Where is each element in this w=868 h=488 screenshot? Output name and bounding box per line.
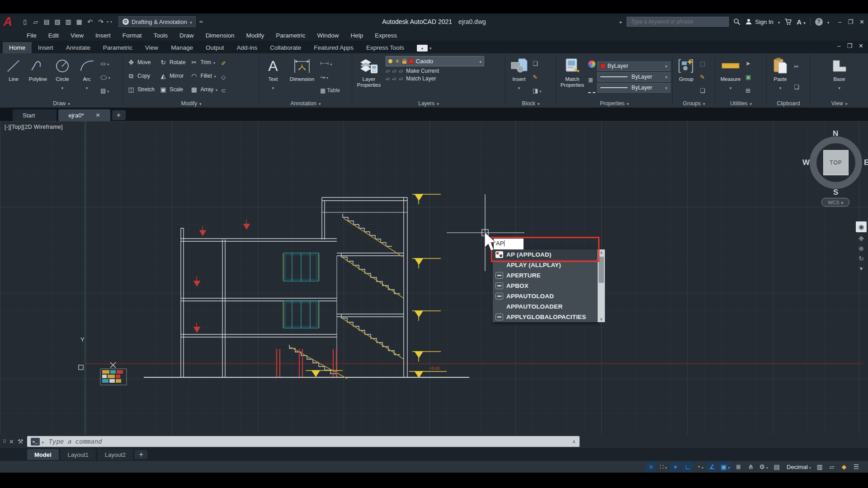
viewcube-south[interactable]: S: [833, 188, 838, 197]
annotation-panel-label[interactable]: Annotation: [259, 99, 352, 108]
match-properties-button[interactable]: MatchProperties: [558, 55, 586, 99]
object-color-tool[interactable]: [588, 61, 595, 68]
wcs-selector[interactable]: WCS: [821, 198, 849, 206]
cart-icon[interactable]: [784, 19, 792, 25]
groups-panel-label[interactable]: Groups: [673, 99, 715, 108]
redo-icon[interactable]: ↷: [96, 17, 106, 27]
file-tab[interactable]: Start: [13, 109, 57, 121]
ungroup-tool[interactable]: ⬚: [700, 60, 705, 67]
move-tool[interactable]: ✥ Move: [127, 56, 155, 69]
isodraft-icon[interactable]: ∠: [707, 462, 717, 472]
hamburger-icon[interactable]: ☰: [851, 462, 862, 472]
copy-clip-tool[interactable]: ❏: [794, 84, 799, 90]
menu-item[interactable]: Parametric: [270, 32, 311, 39]
explode-tool[interactable]: ◇: [221, 74, 226, 80]
viewcube-west[interactable]: W: [802, 158, 810, 167]
layer-properties-button[interactable]: LayerProperties: [354, 55, 384, 99]
polyline-tool[interactable]: Polyline: [26, 55, 50, 99]
group-edit-tool[interactable]: ✎: [700, 74, 705, 80]
new-file-icon[interactable]: ▯: [20, 17, 30, 27]
gear-icon[interactable]: ⚙: [757, 462, 770, 472]
menu-item[interactable]: Window: [311, 32, 344, 39]
viewport-controls-label[interactable]: [-][Top][2D Wireframe]: [5, 124, 63, 130]
autocomplete-item[interactable]: APBOX: [493, 281, 598, 291]
annotation-monitor-icon[interactable]: ▥: [814, 462, 825, 472]
dynamic-input-field[interactable]: AP: [494, 239, 524, 249]
rotate-tool[interactable]: ↻ Rotate: [159, 56, 185, 69]
ribbon-tab[interactable]: Featured Apps: [307, 42, 360, 53]
circle-tool[interactable]: Circle: [51, 55, 74, 99]
autocomplete-item[interactable]: APPLYGLOBALOPACITIES: [493, 312, 598, 322]
group-selection-tool[interactable]: ❏: [700, 87, 705, 94]
plot-icon[interactable]: ▥: [63, 17, 73, 27]
linear-dimension-tool[interactable]: ⊢⊣: [320, 60, 340, 67]
modify-panel-label[interactable]: Modify: [123, 99, 259, 108]
ribbon-tab[interactable]: Parametric: [97, 42, 139, 53]
undo-icon[interactable]: ↶: [85, 17, 95, 27]
search-expand-icon[interactable]: ▸: [620, 19, 622, 24]
ribbon-tab[interactable]: Annotate: [60, 42, 97, 53]
menu-item[interactable]: View: [65, 32, 90, 39]
utilities-panel-label[interactable]: Utilities: [716, 99, 766, 108]
paste-button[interactable]: Paste: [769, 55, 792, 99]
ribbon-tab[interactable]: Home: [3, 42, 32, 53]
drag-handle-icon[interactable]: ⠿: [3, 439, 5, 445]
autocomplete-item[interactable]: APPAUTOLOAD: [493, 291, 598, 301]
quick-select-tool[interactable]: ▣: [745, 74, 751, 80]
units-value[interactable]: Decimal: [783, 462, 813, 472]
hatch-tool[interactable]: ▨: [100, 87, 110, 94]
lineweight-tool[interactable]: ≣: [588, 76, 595, 84]
autocomplete-item[interactable]: APLAY (ALLPLAY): [493, 260, 598, 270]
group-button[interactable]: Group: [675, 55, 698, 99]
linetype-dropdown[interactable]: ByLayer: [597, 83, 670, 93]
orbit-icon[interactable]: ↻: [859, 255, 864, 262]
viewcube-top-face[interactable]: TOP: [823, 150, 849, 175]
layout-tab[interactable]: Model: [27, 449, 59, 460]
trim-tool[interactable]: ✂ Trim: [190, 56, 217, 69]
fillet-tool[interactable]: ◠ Fillet: [190, 69, 217, 83]
menu-item[interactable]: Format: [117, 32, 148, 39]
autocad-logo-icon[interactable]: A: [0, 15, 15, 28]
cut-tool[interactable]: ✂: [794, 63, 799, 70]
help-icon[interactable]: ?: [815, 18, 823, 26]
search-input[interactable]: [627, 17, 729, 27]
viewcube-east[interactable]: E: [864, 158, 868, 167]
stretch-tool[interactable]: ◫ Stretch: [127, 83, 155, 96]
close-button[interactable]: ✕: [859, 19, 864, 25]
layout-tab[interactable]: Layout1: [61, 449, 96, 460]
qat-customize-icon[interactable]: ≂: [198, 19, 203, 25]
menu-item[interactable]: File: [21, 32, 42, 39]
new-drawing-tab-button[interactable]: +: [112, 110, 126, 120]
redo-dropdown-icon[interactable]: ▾: [110, 20, 112, 24]
quick-measure-tool[interactable]: ➤: [745, 60, 751, 67]
properties-panel-label[interactable]: Properties: [557, 99, 672, 108]
save-as-icon[interactable]: ▧: [52, 17, 62, 27]
menu-item[interactable]: Insert: [90, 32, 117, 39]
autodesk-app-store-icon[interactable]: A: [797, 18, 805, 26]
text-tool[interactable]: A Text: [261, 55, 285, 99]
menu-item[interactable]: Express: [369, 32, 403, 39]
copy-tool[interactable]: ⧉ Copy: [127, 69, 155, 83]
clipboard-panel-label[interactable]: Clipboard: [767, 99, 810, 108]
units-ruler-icon[interactable]: ▤: [771, 462, 782, 472]
viewcube-north[interactable]: N: [833, 129, 838, 138]
dynamic-input-icon[interactable]: ⌖: [670, 462, 681, 472]
scroll-up-icon[interactable]: ∧: [598, 249, 605, 256]
mirror-tool[interactable]: ◭ Mirror: [159, 69, 185, 83]
autocomplete-item[interactable]: APERTURE: [493, 270, 598, 281]
print-icon[interactable]: ▦: [74, 17, 84, 27]
viewcube[interactable]: N S W E TOP WCS: [804, 130, 868, 210]
sign-in-button[interactable]: Sign In: [745, 18, 773, 25]
open-folder-icon[interactable]: ▱: [31, 17, 41, 27]
arc-tool[interactable]: Arc: [75, 55, 99, 99]
ellipse-tool[interactable]: ◯: [100, 74, 110, 80]
close-command-line-icon[interactable]: ✕: [9, 438, 14, 445]
recent-commands-icon[interactable]: [42, 437, 44, 446]
make-current-button[interactable]: ▱ ▱ ▱ Make Current: [386, 68, 484, 74]
measure-button[interactable]: Measure: [717, 55, 744, 99]
ortho-icon[interactable]: ∟: [682, 462, 693, 472]
nav-more-icon[interactable]: ▾: [859, 265, 863, 272]
zoom-icon[interactable]: ⊕: [859, 245, 864, 252]
block-attributes-tool[interactable]: ◨: [533, 87, 541, 94]
ribbon-tab[interactable]: Manage: [165, 42, 199, 53]
